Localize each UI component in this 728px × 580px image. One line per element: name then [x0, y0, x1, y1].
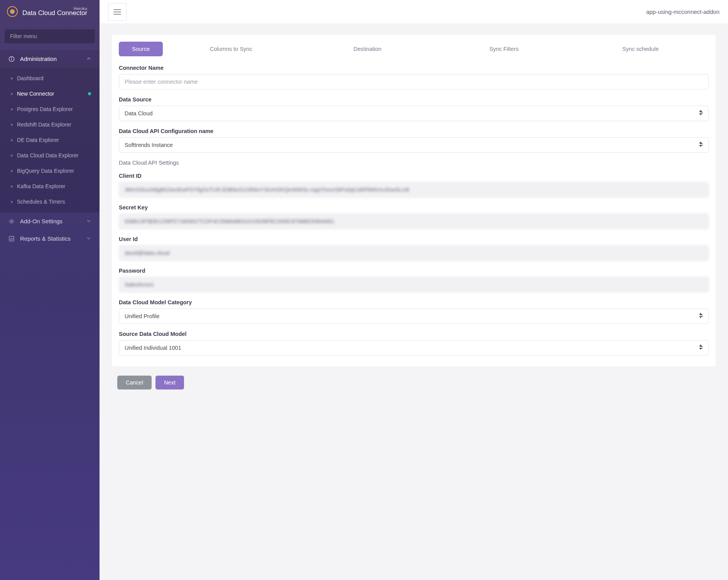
chevron-up-icon	[86, 56, 91, 62]
sidebar-item-new-connector[interactable]: New Connector	[0, 86, 100, 101]
tab-columns[interactable]: Columns to Sync	[163, 42, 299, 56]
content: Source Columns to Sync Destination Sync …	[100, 24, 728, 580]
form-actions: Cancel Next	[112, 376, 716, 389]
nav-section-label: Administration	[20, 56, 57, 62]
data-source-select[interactable]: Data Cloud	[119, 106, 709, 121]
secret-key-input	[119, 214, 709, 229]
client-id-label: Client ID	[119, 173, 709, 179]
secret-key-label: Secret Key	[119, 204, 709, 211]
nav-section-label: Reports & Statistics	[20, 235, 71, 242]
sidebar-item-postgres[interactable]: Postgres Data Explorer	[0, 101, 100, 117]
tab-label: Sync Filters	[489, 46, 519, 52]
tab-destination[interactable]: Destination	[299, 42, 436, 56]
sidebar-item-bigquery[interactable]: BigQuery Data Explorer	[0, 163, 100, 179]
svg-point-3	[11, 220, 12, 222]
brand-title: Data Cloud Connector	[22, 9, 87, 17]
brand: Heroku Data Cloud Connector	[0, 4, 100, 24]
button-label: Cancel	[126, 379, 143, 386]
api-config-label: Data Cloud API Configuration name	[119, 128, 709, 134]
button-label: Next	[164, 379, 176, 386]
hamburger-button[interactable]	[108, 3, 127, 21]
client-id-input	[119, 182, 709, 197]
sidebar-item-kafka[interactable]: Kafka Data Explorer	[0, 179, 100, 194]
info-icon	[8, 56, 15, 62]
nav-items: Dashboard New Connector Postgres Data Ex…	[0, 67, 100, 212]
sidebar-item-label: DE Data Explorer	[17, 137, 59, 143]
nav-section-label: Add-On Settings	[20, 218, 62, 224]
filter-menu-input[interactable]	[5, 29, 95, 43]
sidebar-item-label: Dashboard	[17, 75, 44, 81]
tab-label: Source	[132, 46, 150, 52]
tab-label: Destination	[353, 46, 382, 52]
brand-logo-icon	[7, 6, 18, 17]
password-label: Password	[119, 268, 709, 274]
user-id-input	[119, 245, 709, 261]
app-name: app-using-mcconnect-addon	[646, 8, 720, 15]
user-id-label: User Id	[119, 236, 709, 242]
sidebar-item-dashboard[interactable]: Dashboard	[0, 71, 100, 86]
chevron-down-icon	[86, 235, 91, 242]
sidebar-item-de-explorer[interactable]: DE Data Explorer	[0, 132, 100, 148]
tab-source[interactable]: Source	[119, 42, 163, 56]
tab-schedule[interactable]: Sync schedule	[572, 42, 709, 56]
nav-section-reports[interactable]: Reports & Statistics	[0, 230, 100, 247]
next-button[interactable]: Next	[155, 376, 184, 389]
sidebar-item-label: Kafka Data Explorer	[17, 183, 65, 189]
sidebar-item-label: New Connector	[17, 91, 54, 97]
sidebar-item-label: Postgres Data Explorer	[17, 106, 73, 112]
sidebar-item-label: Redshift Data Explorer	[17, 121, 71, 128]
sidebar-item-redshift[interactable]: Redshift Data Explorer	[0, 117, 100, 132]
tabs: Source Columns to Sync Destination Sync …	[119, 42, 709, 56]
category-label: Data Cloud Model Category	[119, 299, 709, 305]
main: app-using-mcconnect-addon Source Columns…	[100, 0, 728, 580]
sidebar-item-datacloud-explorer[interactable]: Data Cloud Data Explorer	[0, 148, 100, 163]
reports-icon	[8, 236, 15, 242]
active-indicator-icon	[88, 92, 91, 95]
api-settings-heading: Data Cloud API Settings	[119, 160, 709, 166]
password-input	[119, 277, 709, 292]
chevron-down-icon	[86, 218, 91, 224]
svg-point-2	[11, 57, 12, 58]
sidebar-item-label: Schedules & Timers	[17, 199, 65, 205]
model-label: Source Data Cloud Model	[119, 331, 709, 337]
topbar: app-using-mcconnect-addon	[100, 0, 728, 24]
tab-filters[interactable]: Sync Filters	[436, 42, 572, 56]
sidebar-item-label: BigQuery Data Explorer	[17, 168, 74, 174]
form-card: Source Columns to Sync Destination Sync …	[112, 35, 716, 366]
cancel-button[interactable]: Cancel	[117, 376, 152, 389]
nav-section-addon-settings[interactable]: Add-On Settings	[0, 212, 100, 230]
data-source-label: Data Source	[119, 96, 709, 103]
sidebar: Heroku Data Cloud Connector Administrati…	[0, 0, 100, 580]
category-select[interactable]: Unified Profile	[119, 309, 709, 324]
tab-label: Columns to Sync	[210, 46, 252, 52]
nav-section-administration[interactable]: Administration	[0, 50, 100, 67]
tab-label: Sync schedule	[622, 46, 659, 52]
connector-name-label: Connector Name	[119, 65, 709, 71]
sidebar-item-schedules[interactable]: Schedules & Timers	[0, 194, 100, 209]
model-select[interactable]: Unified Individual 1001	[119, 340, 709, 356]
gear-icon	[8, 218, 15, 224]
api-config-select[interactable]: Softtrends Instance	[119, 137, 709, 153]
sidebar-item-label: Data Cloud Data Explorer	[17, 152, 79, 158]
connector-name-input[interactable]	[119, 74, 709, 89]
